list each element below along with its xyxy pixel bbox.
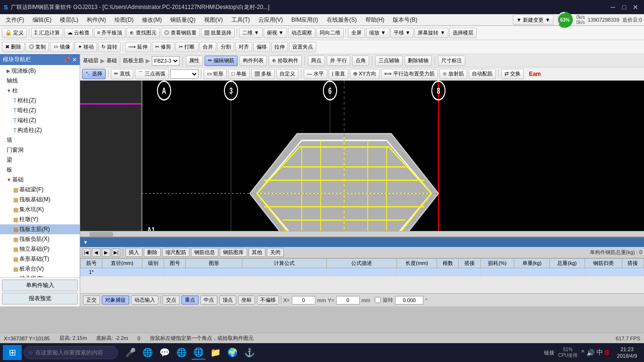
tree-item-beam[interactable]: 梁: [0, 155, 80, 165]
horiz-button[interactable]: — 水平: [304, 69, 327, 79]
del-axis-button[interactable]: 删除辅轴: [405, 56, 432, 66]
rotate-button[interactable]: 屏幕旋转 ▼: [414, 28, 448, 38]
multi-slab-button[interactable]: ▦ 多板: [251, 69, 275, 79]
parallel-edge-button[interactable]: ⟺ 平行边布置受力筋: [381, 69, 438, 79]
menu-floor[interactable]: 楼层(L): [56, 15, 82, 25]
menu-file[interactable]: 文件(F): [2, 15, 28, 25]
close-button[interactable]: ✕: [631, 2, 640, 12]
zoom-button[interactable]: 缩放 ▼: [366, 28, 389, 38]
tree-item-axis[interactable]: 轴线: [0, 76, 80, 86]
task-earth[interactable]: 🌍: [225, 346, 239, 360]
break-button[interactable]: ✂ 打断: [175, 42, 198, 52]
custom-draw-button[interactable]: 自定义: [276, 69, 298, 79]
define-button[interactable]: 🔓 定义: [2, 28, 27, 38]
close-panel-icon[interactable]: ✕: [72, 57, 77, 63]
line-type-select[interactable]: [170, 69, 198, 79]
menu-bim[interactable]: BIM应用(I): [288, 15, 322, 25]
menu-cloud[interactable]: 云应用(V): [255, 15, 287, 25]
scale-rebar-button[interactable]: 缩尺配筋: [162, 248, 190, 257]
rotate-input[interactable]: [395, 296, 423, 304]
task-files[interactable]: 📁: [208, 346, 223, 360]
rebar-row[interactable]: 1*: [81, 268, 644, 276]
delete-button[interactable]: ✖ 删除: [2, 42, 25, 52]
y-input[interactable]: [336, 296, 360, 304]
minimize-button[interactable]: ─: [608, 2, 618, 12]
menu-view[interactable]: 视图(V): [200, 15, 227, 25]
ortho-button[interactable]: 正交: [83, 296, 100, 304]
view-button[interactable]: 俯视 ▼: [264, 28, 287, 38]
same-dir-button[interactable]: 同向二维: [316, 28, 344, 38]
report-preview-button[interactable]: 报表预览: [2, 293, 78, 304]
tree-item-endcol[interactable]: T 端柱(Z): [0, 115, 80, 125]
align-top-button[interactable]: ≡ 齐平板顶: [94, 28, 125, 38]
menu-quantity[interactable]: 钢筋量(Q): [166, 15, 199, 25]
component-list-button[interactable]: 构件列表: [239, 56, 267, 66]
task-msg[interactable]: 💬: [157, 346, 172, 360]
single-component-input-button[interactable]: 单构件输入: [2, 280, 78, 291]
rebar-info-button[interactable]: 钢筋信息: [191, 248, 218, 257]
menu-draw[interactable]: 绘图(D): [111, 15, 138, 25]
tree-item-pit[interactable]: ▦ 集水坑(K): [0, 205, 80, 214]
new-change-button[interactable]: ▼ 新建变更 ▼: [513, 15, 553, 25]
single-slab-button[interactable]: □ 单板: [228, 69, 250, 79]
menu-edit[interactable]: 编辑(E): [29, 15, 55, 25]
tree-item-hidcol[interactable]: T 暗柱(Z): [0, 106, 80, 115]
x-input[interactable]: [292, 296, 315, 304]
cloud-check-button[interactable]: ☁ 云检查: [64, 28, 93, 38]
bar-code-select[interactable]: FBZJ-3: [152, 56, 180, 66]
tray-expand[interactable]: ^: [581, 349, 585, 356]
clock-display[interactable]: 21:23 2018/4/9: [613, 346, 641, 360]
nav-first-button[interactable]: |◀: [82, 248, 91, 257]
dimension-button[interactable]: 尺寸标注: [438, 56, 465, 66]
task-ie1[interactable]: 🌐: [174, 346, 189, 360]
offset-button[interactable]: 偏移: [253, 42, 270, 52]
tree-item-precast[interactable]: ▶ 现浇板(B): [0, 66, 80, 76]
exchange-button[interactable]: ⇄ 交换: [501, 69, 524, 79]
task-edge[interactable]: 🌐: [140, 346, 155, 360]
align-button[interactable]: 对齐: [235, 42, 252, 52]
tree-item-column[interactable]: ▼ 柱: [0, 86, 80, 96]
auto-config-button[interactable]: 自动配筋: [469, 69, 496, 79]
tray-ggj[interactable]: S: [605, 349, 609, 356]
move-button[interactable]: ✦ 移动: [74, 42, 97, 52]
nav-prev-button[interactable]: ◀: [92, 248, 100, 257]
select-tool-button[interactable]: ↖ 选择: [82, 69, 106, 79]
tree-item-foundation[interactable]: ▼ 基础: [0, 175, 80, 185]
task-anchor[interactable]: ⚓: [242, 346, 256, 360]
collapse-icon[interactable]: ▼: [83, 239, 88, 245]
edit-rebar-button[interactable]: ✏ 编辑钢筋: [205, 56, 238, 66]
three-point-axis-button[interactable]: 三点辅轴: [375, 56, 403, 66]
rebar-other-button[interactable]: 其他: [248, 248, 265, 257]
maximize-button[interactable]: □: [619, 2, 629, 12]
extend-button[interactable]: ⟶ 延伸: [125, 42, 151, 52]
properties-button[interactable]: 属性: [186, 56, 203, 66]
intersect-button[interactable]: 交点: [163, 296, 180, 304]
nav-last-button[interactable]: ▶|: [112, 248, 120, 257]
menu-tools[interactable]: 工具(T): [228, 15, 254, 25]
point-angle-button[interactable]: 点角: [352, 56, 369, 66]
floor-select-button[interactable]: 选择楼层: [449, 28, 477, 38]
insert-rebar-button[interactable]: 插入: [125, 248, 142, 257]
stretch-button[interactable]: 拉伸: [271, 42, 288, 52]
coord-button[interactable]: 坐标: [238, 296, 255, 304]
pan-button[interactable]: 平移 ▼: [390, 28, 414, 38]
tree-item-foundbeam[interactable]: ▦ 基础梁(F): [0, 185, 80, 195]
close-rebar-button[interactable]: 关闭: [267, 248, 284, 257]
h-scrollbar[interactable]: [80, 231, 644, 237]
menu-modify[interactable]: 修改(M): [138, 15, 165, 25]
menu-component[interactable]: 构件(N): [83, 15, 110, 25]
dynamic-input-button[interactable]: 动态输入: [131, 296, 158, 304]
tree-item-pedestal[interactable]: ▦ 柱墩(Y): [0, 214, 80, 224]
tree-item-strcol[interactable]: T 构造柱(Z): [0, 125, 80, 135]
vertex-button[interactable]: 顶点: [219, 296, 236, 304]
tray-volume[interactable]: 🔊: [586, 349, 594, 356]
view-rebar-button[interactable]: ◎ 查看钢筋量: [161, 28, 200, 38]
menu-version[interactable]: 版本号(B): [389, 15, 421, 25]
2d-button[interactable]: 二维 ▼: [239, 28, 263, 38]
task-cortana[interactable]: 🎤: [124, 346, 138, 360]
tree-item-wall[interactable]: 墙: [0, 135, 80, 145]
grip-button[interactable]: 设置夹点: [289, 42, 316, 52]
rotate-checkbox[interactable]: [375, 297, 381, 303]
search-box[interactable]: ○ 在这里输入你要搜索的内容: [24, 346, 118, 359]
parallel-button[interactable]: 井 平行: [327, 56, 350, 66]
